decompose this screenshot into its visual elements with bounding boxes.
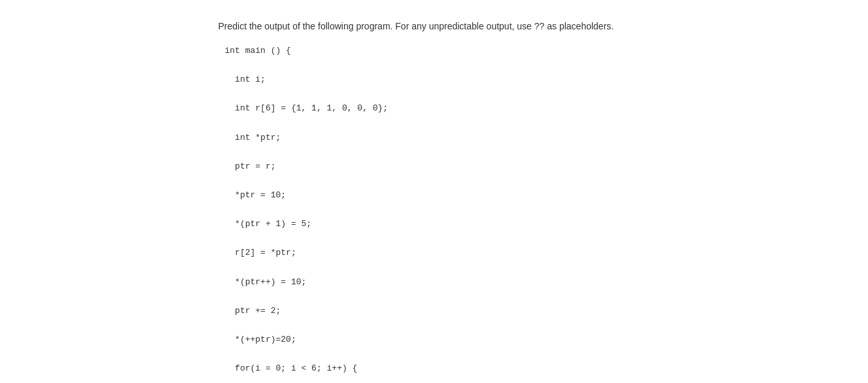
- content-area: Predict the output of the following prog…: [205, 13, 663, 383]
- instruction-text: Predict the output of the following prog…: [218, 20, 650, 33]
- code-block: int main () { int i; int r[6] = {1, 1, 1…: [218, 44, 650, 383]
- code-line: int i;: [225, 73, 650, 87]
- code-line: int r[6] = {1, 1, 1, 0, 0, 0};: [225, 101, 650, 116]
- code-line: [225, 318, 650, 333]
- code-line: int *ptr;: [225, 131, 650, 145]
- code-line: [225, 116, 650, 130]
- code-line: [225, 290, 650, 304]
- code-line: [225, 145, 650, 159]
- code-line: [225, 174, 650, 188]
- code-line: ptr = r;: [225, 159, 650, 174]
- code-line: [225, 260, 650, 275]
- code-line: [225, 58, 650, 73]
- code-line: for(i = 0; i < 6; i++) {: [225, 361, 650, 376]
- code-line: *ptr = 10;: [225, 188, 650, 203]
- code-line: int main () {: [225, 44, 650, 58]
- code-line: *(ptr++) = 10;: [225, 275, 650, 290]
- code-line: [225, 87, 650, 101]
- code-line: *(++ptr)=20;: [225, 333, 650, 347]
- code-line: [225, 231, 650, 246]
- code-line: r[2] = *ptr;: [225, 246, 650, 260]
- code-line: [225, 203, 650, 217]
- code-line: [225, 376, 650, 383]
- page-container: Predict the output of the following prog…: [0, 0, 868, 383]
- code-line: ptr += 2;: [225, 304, 650, 318]
- code-line: *(ptr + 1) = 5;: [225, 217, 650, 231]
- code-line: [225, 347, 650, 361]
